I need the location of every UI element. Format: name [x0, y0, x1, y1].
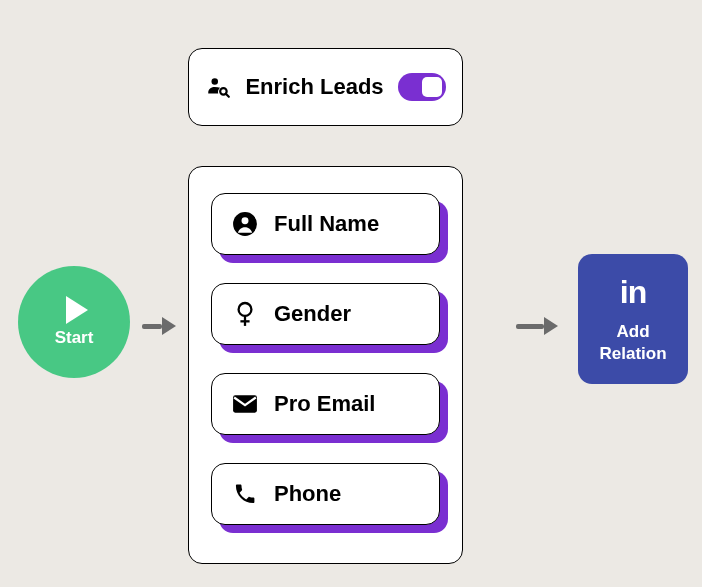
play-icon — [66, 296, 88, 324]
arrow-fields-to-relation — [516, 317, 558, 335]
email-icon — [232, 391, 258, 417]
arrow-start-to-fields — [142, 317, 176, 335]
enrich-leads-card: Enrich Leads — [188, 48, 463, 126]
person-search-icon — [205, 74, 231, 100]
linkedin-icon: in — [620, 274, 646, 311]
gender-icon — [232, 301, 258, 327]
enrich-leads-toggle[interactable] — [398, 73, 446, 101]
start-label: Start — [55, 328, 94, 348]
field-full-name[interactable]: Full Name — [211, 193, 440, 255]
svg-point-5 — [239, 303, 252, 316]
add-relation-card[interactable]: in Add Relation — [578, 254, 688, 384]
field-phone[interactable]: Phone — [211, 463, 440, 525]
field-pro-email[interactable]: Pro Email — [211, 373, 440, 435]
fields-panel: Full Name Gender Pro Emai — [188, 166, 463, 564]
field-label: Gender — [274, 301, 351, 327]
svg-point-0 — [212, 78, 219, 85]
field-label: Phone — [274, 481, 341, 507]
phone-icon — [232, 481, 258, 507]
add-relation-label: Add Relation — [599, 321, 666, 364]
field-label: Full Name — [274, 211, 379, 237]
svg-line-2 — [226, 94, 229, 97]
start-button[interactable]: Start — [18, 266, 130, 378]
person-icon — [232, 211, 258, 237]
field-gender[interactable]: Gender — [211, 283, 440, 345]
field-label: Pro Email — [274, 391, 375, 417]
enrich-leads-title: Enrich Leads — [245, 74, 383, 100]
svg-point-4 — [242, 217, 249, 224]
